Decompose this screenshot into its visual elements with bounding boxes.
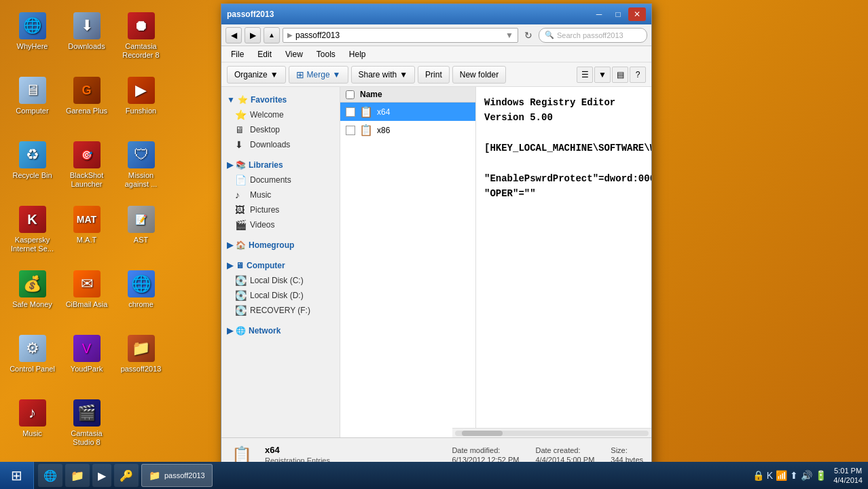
taskbar-explorer-button[interactable]: 📁 — [65, 464, 90, 487]
whyhere-label: WhyHere — [17, 42, 48, 51]
network-label: Network — [249, 326, 281, 336]
view-dropdown-button[interactable]: ▼ — [594, 67, 611, 83]
horizontal-scrollbar[interactable] — [452, 428, 651, 437]
desktop-icon-music[interactable]: ♪ Music — [7, 394, 58, 455]
tray-antivirus-icon[interactable]: K — [767, 470, 773, 481]
forward-button[interactable]: ▶ — [245, 27, 261, 43]
computer-sidebar-header[interactable]: ▶ 🖥 Computer — [221, 258, 340, 273]
maximize-button[interactable]: □ — [609, 7, 627, 21]
new-folder-button[interactable]: New folder — [452, 66, 506, 84]
window-titlebar: passoff2013 ─ □ ✕ — [221, 4, 651, 24]
minimize-button[interactable]: ─ — [590, 7, 608, 21]
chrome-label: chrome — [128, 300, 153, 309]
sidebar-item-desktop[interactable]: 🖥 Desktop — [221, 122, 340, 137]
sidebar-item-local-c[interactable]: 💽 Local Disk (C:) — [221, 273, 340, 288]
taskbar-unknown1-button[interactable]: 🔑 — [114, 464, 139, 487]
file-item-x64[interactable]: ✓ 📋 x64 — [340, 103, 475, 121]
welcome-label: Welcome — [250, 110, 284, 120]
menu-help[interactable]: Help — [342, 48, 373, 60]
menu-view[interactable]: View — [278, 48, 310, 60]
desktop-icon-cibmall[interactable]: ✉ CiBmail Asia — [61, 265, 112, 326]
desktop-icon-safemoney[interactable]: 💰 Safe Money — [7, 265, 58, 326]
sidebar-item-music[interactable]: ♪ Music — [221, 187, 340, 202]
desktop-icon-passoff[interactable]: 📁 passoff2013 — [115, 329, 166, 391]
sidebar-item-recovery[interactable]: 💽 RECOVERY (F:) — [221, 303, 340, 318]
desktop-icon-garena[interactable]: G Garena Plus — [61, 71, 112, 132]
taskbar-mediaplayer-button[interactable]: ▶ — [92, 464, 111, 487]
tray-battery-icon[interactable]: 🔋 — [815, 470, 827, 481]
organize-button[interactable]: Organize ▼ — [227, 66, 286, 84]
sidebar-item-videos[interactable]: 🎬 Videos — [221, 217, 340, 232]
select-all-checkbox[interactable] — [346, 90, 355, 99]
refresh-button[interactable]: ↻ — [521, 28, 536, 43]
print-button[interactable]: Print — [418, 66, 450, 84]
address-arrow: ▶ — [287, 31, 293, 39]
date-created-label: Date created: — [535, 446, 594, 454]
desktop-icon-whyhere[interactable]: 🌐 WhyHere — [7, 7, 58, 68]
preview-pane-button[interactable]: ▤ — [612, 67, 628, 83]
registry-line-5: "EnablePswrdProtect"=dword:00000000 — [484, 171, 643, 186]
menu-tools[interactable]: Tools — [310, 48, 342, 60]
desktop-icon-recycle[interactable]: ♻ Recycle Bin — [7, 136, 58, 197]
up-button[interactable]: ▲ — [264, 27, 280, 43]
x64-checkbox[interactable]: ✓ — [346, 107, 355, 117]
sidebar-item-documents[interactable]: 📄 Documents — [221, 173, 340, 187]
close-button[interactable]: ✕ — [628, 7, 646, 21]
tray-wifi-icon[interactable]: 📶 — [776, 470, 787, 481]
youdpark-icon: V — [73, 335, 101, 362]
sidebar-item-local-d[interactable]: 💽 Local Disk (D:) — [221, 288, 340, 303]
share-with-button[interactable]: Share with ▼ — [351, 66, 416, 84]
computer-sidebar-label: Computer — [247, 261, 285, 270]
network-header[interactable]: ▶ 🌐 Network — [221, 323, 340, 338]
desktop-icon-camtasia2[interactable]: 🎬 Camtasia Studio 8 — [61, 394, 112, 455]
address-dropdown-icon[interactable]: ▼ — [505, 31, 513, 40]
toolbar: Organize ▼ ⊞ Merge ▼ Share with ▼ Print … — [221, 62, 651, 87]
merge-button[interactable]: ⊞ Merge ▼ — [289, 66, 348, 84]
x64-filename: x64 — [377, 107, 390, 117]
libraries-label: Libraries — [249, 160, 283, 170]
desktop-icon-chrome[interactable]: 🌐 chrome — [115, 265, 166, 326]
taskbar-ie-button[interactable]: 🌐 — [38, 464, 62, 487]
libraries-header[interactable]: ▶ 📚 Libraries — [221, 158, 340, 173]
desktop-icon-camtasia[interactable]: ⏺ Camtasia Recorder 8 — [115, 7, 166, 68]
help-button[interactable]: ? — [630, 67, 646, 83]
sidebar-item-welcome[interactable]: ⭐ Welcome — [221, 107, 340, 122]
desktop-icon-funshion[interactable]: ▶ Funshion — [115, 71, 166, 132]
start-button[interactable]: ⊞ — [0, 462, 34, 489]
file-item-x86[interactable]: 📋 x86 — [340, 121, 475, 139]
homegroup-icon: 🏠 — [236, 240, 246, 250]
sidebar-item-pictures[interactable]: 🖼 Pictures — [221, 202, 340, 217]
x86-checkbox[interactable] — [346, 126, 355, 135]
desktop-icon-control[interactable]: ⚙ Control Panel — [7, 329, 58, 391]
desktop-icon-blackshot[interactable]: 🎯 BlackShot Launcher — [61, 136, 112, 197]
favorites-header[interactable]: ▼ ⭐ Favorites — [221, 92, 340, 107]
status-date-created: Date created: 4/4/2014 5:00 PM — [535, 446, 594, 464]
desktop-icon-youdpark[interactable]: V YoudPark — [61, 329, 112, 391]
address-field[interactable]: ▶ passoff2013 ▼ — [283, 28, 518, 43]
videos-label: Videos — [250, 220, 274, 230]
search-box[interactable]: 🔍 Search passoff2013 — [539, 28, 647, 43]
desktop-icon-downloads[interactable]: ⬇ Downloads — [61, 7, 112, 68]
view-list-button[interactable]: ☰ — [577, 67, 593, 83]
desktop-icon-ast[interactable]: 📝 AST — [115, 200, 166, 261]
back-button[interactable]: ◀ — [225, 27, 242, 43]
taskbar-passoff-button[interactable]: 📁 passoff2013 — [141, 464, 213, 487]
desktop-icon-computer[interactable]: 🖥 Computer — [7, 71, 58, 132]
homegroup-header[interactable]: ▶ 🏠 Homegroup — [221, 238, 340, 253]
safemoney-label: Safe Money — [12, 300, 52, 309]
desktop-icon-mission[interactable]: 🛡 Mission against ... — [115, 136, 166, 197]
tray-volume-icon[interactable]: 🔊 — [801, 470, 812, 481]
x86-file-icon: 📋 — [359, 124, 373, 137]
desktop-icon-mat[interactable]: MAT M.A.T — [61, 200, 112, 261]
tray-security-icon[interactable]: 🔒 — [753, 470, 764, 481]
network-section: ▶ 🌐 Network — [221, 323, 340, 338]
sidebar-item-downloads[interactable]: ⬇ Downloads — [221, 137, 340, 152]
control-icon: ⚙ — [19, 335, 46, 362]
tray-system-icon[interactable]: ⬆ — [790, 470, 798, 481]
passoff-task-label: passoff2013 — [164, 471, 205, 479]
tray-clock[interactable]: 5:01 PM 4/4/2014 — [833, 466, 863, 486]
downloads-label: Downloads — [68, 42, 105, 51]
menu-file[interactable]: File — [224, 48, 251, 60]
desktop-icon-kaspersky[interactable]: K Kaspersky Internet Se... — [7, 200, 58, 261]
menu-edit[interactable]: Edit — [251, 48, 278, 60]
